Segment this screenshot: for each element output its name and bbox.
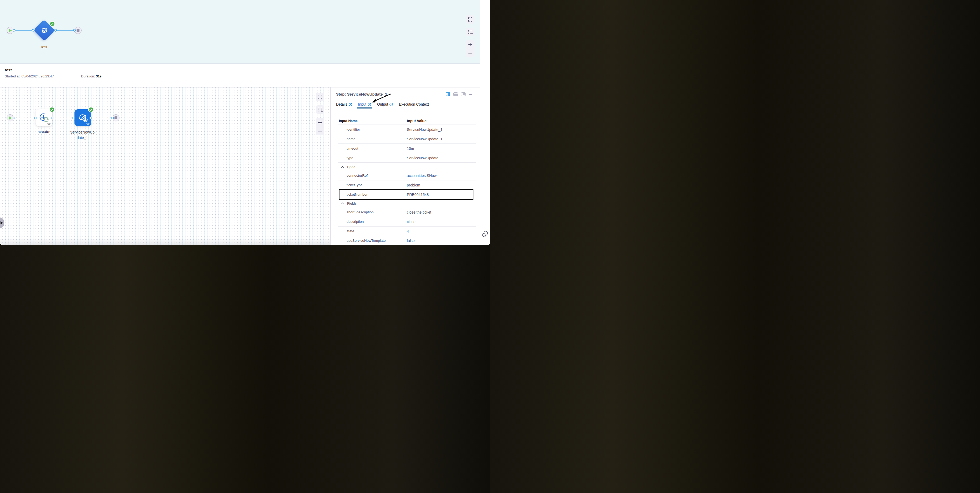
panel-tabs: Details Input Output bbox=[336, 102, 429, 106]
zoom-controls bbox=[466, 40, 474, 57]
duration-value: 31s bbox=[96, 74, 102, 78]
play-icon bbox=[9, 116, 12, 120]
expand-arrow-icon bbox=[0, 221, 3, 224]
layout-floating-panel-icon[interactable] bbox=[461, 93, 466, 96]
info-icon[interactable] bbox=[368, 103, 371, 106]
table-row: type ServiceNowUpdate bbox=[338, 153, 476, 163]
info-icon[interactable] bbox=[390, 103, 393, 106]
select-region-button[interactable] bbox=[466, 28, 474, 36]
panel-step-title: Step: ServiceNowUpdate_1 bbox=[336, 92, 387, 96]
edge-port bbox=[111, 116, 114, 119]
tab-output[interactable]: Output bbox=[377, 102, 393, 106]
yaml-code-icon: </> bbox=[86, 123, 89, 125]
table-row-ticketnumber: ticketNumber PRB0041548 bbox=[338, 190, 476, 199]
table-row: timeout 10m bbox=[338, 144, 476, 153]
table-row: short_description close the ticket bbox=[338, 207, 476, 217]
right-rail bbox=[480, 0, 490, 245]
input-name-header: Input Name bbox=[338, 119, 407, 123]
table-header-row: Input Name Input Value bbox=[338, 117, 476, 125]
yaml-code-icon: </> bbox=[47, 123, 51, 125]
help-chat-button[interactable] bbox=[481, 230, 489, 238]
minus-icon bbox=[468, 53, 473, 54]
layout-bottom-panel-icon[interactable] bbox=[453, 93, 458, 96]
marquee-icon bbox=[468, 30, 472, 34]
step-canvas[interactable]: </> </> create S bbox=[0, 88, 330, 245]
fullscreen-icon bbox=[468, 18, 473, 22]
edge-port bbox=[51, 116, 53, 119]
collapse-chevron-icon[interactable] bbox=[341, 166, 344, 168]
tab-input[interactable]: Input bbox=[358, 102, 371, 106]
edge-port bbox=[54, 29, 57, 32]
zoom-out-button[interactable] bbox=[466, 49, 474, 57]
stop-icon bbox=[115, 116, 118, 119]
minus-icon bbox=[318, 131, 322, 132]
table-row: ticketType problem bbox=[338, 180, 476, 190]
active-tab-underline bbox=[357, 107, 372, 108]
step-success-icon bbox=[49, 107, 55, 112]
edge-port bbox=[13, 29, 15, 32]
execution-header: test Started at: 05/04/2024, 20:23:47 Du… bbox=[0, 64, 480, 88]
edge-port bbox=[32, 29, 35, 32]
zoom-in-button[interactable] bbox=[466, 40, 474, 49]
started-label: Started at: bbox=[5, 74, 21, 78]
tab-details[interactable]: Details bbox=[336, 102, 352, 106]
edge-port bbox=[72, 116, 75, 119]
stage-canvas[interactable]: test bbox=[0, 0, 480, 64]
started-value: 05/04/2024, 20:23:47 bbox=[22, 74, 54, 78]
table-row: description close bbox=[338, 217, 476, 227]
table-row: identifier ServiceNowUpdate_1 bbox=[338, 125, 476, 134]
section-row-fields[interactable]: Fields bbox=[338, 199, 476, 207]
step-node-servicenowupdate[interactable]: </> bbox=[75, 109, 91, 126]
fullscreen-button[interactable] bbox=[316, 93, 324, 101]
input-value-header: Input Value bbox=[407, 119, 476, 123]
minimize-panel-icon[interactable] bbox=[469, 94, 472, 95]
app-window: test test Started at: 05/04/2024, 20:23:… bbox=[0, 0, 490, 245]
step-success-icon bbox=[88, 107, 94, 112]
stop-icon bbox=[76, 29, 80, 32]
edge-port bbox=[34, 116, 37, 119]
stage-success-icon bbox=[49, 21, 55, 27]
section-row-spec[interactable]: Spec bbox=[338, 163, 476, 171]
zoom-in-button[interactable] bbox=[316, 118, 324, 127]
step-label-create: create bbox=[31, 129, 57, 134]
chat-bubbles-icon bbox=[482, 230, 489, 237]
layout-right-panel-icon[interactable] bbox=[446, 93, 450, 96]
zoom-controls bbox=[316, 118, 324, 136]
step-edge bbox=[14, 118, 116, 118]
step-node-create[interactable]: </> bbox=[35, 109, 52, 126]
marquee-icon bbox=[318, 108, 322, 112]
servicenow-create-icon bbox=[39, 113, 49, 123]
input-table: Input Name Input Value identifier Servic… bbox=[338, 117, 476, 245]
duration: Duration: 31s bbox=[81, 74, 102, 78]
edge-port bbox=[89, 116, 92, 119]
table-row: state 4 bbox=[338, 227, 476, 236]
step-label-servicenowupdate: ServiceNowUpdate_1 bbox=[69, 129, 95, 140]
info-icon[interactable] bbox=[349, 103, 352, 106]
servicenow-update-icon bbox=[78, 112, 88, 123]
table-row: useServiceNowTemplate false bbox=[338, 236, 476, 245]
approval-stage-icon bbox=[40, 26, 48, 34]
play-icon bbox=[9, 29, 12, 32]
execution-title: test bbox=[5, 68, 12, 72]
edge-port bbox=[13, 116, 15, 119]
fullscreen-button[interactable] bbox=[466, 15, 474, 24]
left-panel-toggle[interactable] bbox=[0, 217, 4, 228]
stage-label: test bbox=[31, 45, 57, 49]
plus-icon bbox=[318, 120, 322, 124]
panel-divider bbox=[331, 109, 480, 109]
fullscreen-icon bbox=[318, 95, 322, 99]
panel-layout-toggles bbox=[446, 93, 472, 96]
select-region-button[interactable] bbox=[316, 105, 324, 114]
started-at: Started at: 05/04/2024, 20:23:47 bbox=[5, 74, 54, 78]
table-row: connectorRef account.testSNow bbox=[338, 171, 476, 180]
table-row: name ServiceNowUpdate_1 bbox=[338, 134, 476, 144]
edge-port bbox=[73, 29, 76, 32]
step-details-panel: Step: ServiceNowUpdate_1 Details Input bbox=[330, 88, 480, 245]
plus-icon bbox=[468, 42, 473, 46]
duration-label: Duration: bbox=[81, 74, 95, 78]
tab-execution-context[interactable]: Execution Context bbox=[399, 102, 429, 106]
zoom-out-button[interactable] bbox=[316, 127, 324, 136]
collapse-chevron-icon[interactable] bbox=[341, 203, 344, 204]
